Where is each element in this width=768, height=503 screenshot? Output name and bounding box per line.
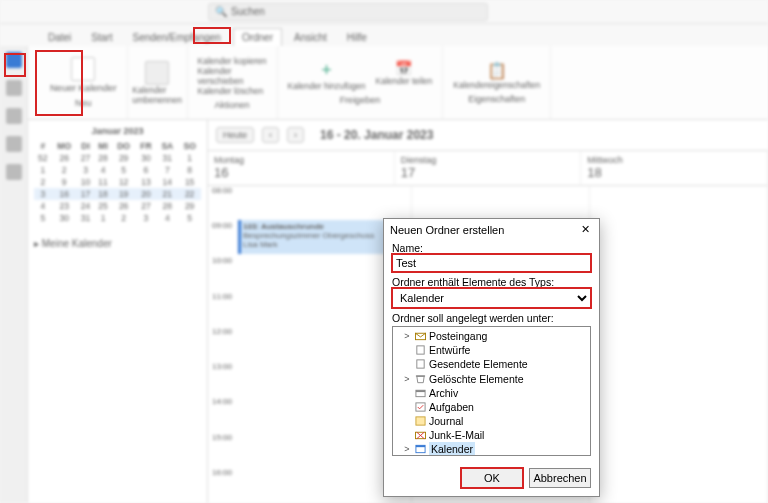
menu-start[interactable]: Start	[83, 29, 120, 46]
delete-calendar[interactable]: Kalender löschen	[198, 86, 264, 96]
name-label: Name:	[392, 242, 591, 254]
cancel-button[interactable]: Abbrechen	[529, 468, 591, 488]
tree-item[interactable]: >Gelöschte Elemente	[395, 372, 588, 386]
ribbon-group-aktionen: Kalender kopieren Kalender verschieben K…	[188, 46, 278, 119]
col-wednesday[interactable]	[590, 186, 768, 503]
dialog-buttons: OK Abbrechen	[384, 462, 599, 496]
mini-cal-month: Januar 2023	[34, 126, 201, 136]
new-calendar-button[interactable]: Neuer Kalender	[50, 83, 117, 93]
today-button[interactable]: Heute	[216, 127, 254, 143]
junk-icon	[414, 430, 426, 440]
svg-rect-5	[415, 390, 424, 392]
title-bar: 🔍 Suchen	[0, 0, 768, 24]
ribbon-group-neu: Neuer Kalender Neu	[40, 46, 128, 119]
search-placeholder: Suchen	[231, 6, 265, 17]
svg-rect-1	[416, 346, 423, 354]
mini-cal-table: #MODIMIDOFRSASO5226272829303111234567829…	[34, 140, 201, 224]
menu-ansicht[interactable]: Ansicht	[286, 29, 335, 46]
tree-item[interactable]: >Posteingang	[395, 329, 588, 343]
ribbon-group-eigenschaften: 📋 Kalendereigenschaften Eigenschaften	[443, 46, 551, 119]
dialog-title: Neuen Ordner erstellen	[390, 224, 504, 236]
calendar-nav-pane: Januar 2023 #MODIMIDOFRSASO5226272829303…	[28, 120, 208, 503]
group-label-aktionen: Aktionen	[215, 100, 250, 110]
folder-tree[interactable]: >PosteingangEntwürfeGesendete Elemente>G…	[392, 326, 591, 456]
svg-rect-2	[416, 360, 423, 368]
calendar-icon	[71, 57, 95, 81]
mail-icon[interactable]	[6, 52, 22, 68]
prev-button[interactable]: ‹	[262, 127, 279, 143]
tree-item[interactable]: Entwürfe	[395, 343, 588, 357]
calendar-day-headers: Montag16 Dienstag17 Mittwoch18	[208, 150, 768, 186]
menu-senden[interactable]: Senden/Empfangen	[124, 29, 228, 46]
svg-rect-3	[415, 375, 424, 376]
svg-rect-10	[415, 446, 424, 448]
add-calendar[interactable]: Kalender hinzufügen	[288, 81, 366, 91]
new-folder-dialog: Neuen Ordner erstellen ✕ Name: Ordner en…	[383, 218, 600, 497]
cal-icon	[414, 444, 426, 454]
search-icon: 🔍	[215, 6, 227, 17]
doc-icon	[414, 345, 426, 355]
share-icon: 📅	[376, 60, 433, 76]
menu-datei[interactable]: Datei	[40, 29, 79, 46]
my-calendars-section[interactable]: ▸ Meine Kalender	[34, 238, 201, 249]
trash-icon	[414, 374, 426, 384]
dialog-titlebar: Neuen Ordner erstellen ✕	[384, 219, 599, 240]
copy-calendar[interactable]: Kalender kopieren	[198, 56, 267, 66]
doc-icon	[414, 359, 426, 369]
left-nav-rail	[0, 46, 28, 503]
tree-item[interactable]: Journal	[395, 414, 588, 428]
calendar-header: Heute ‹ › 16 - 20. Januar 2023	[208, 120, 768, 150]
tasks-icon[interactable]	[6, 136, 22, 152]
menu-ordner[interactable]: Ordner	[233, 28, 282, 46]
menu-tabs: Datei Start Senden/Empfangen Ordner Ansi…	[0, 24, 768, 46]
date-range: 16 - 20. Januar 2023	[320, 128, 433, 142]
folder-type-select[interactable]: Kalender	[392, 288, 591, 308]
svg-rect-6	[415, 403, 424, 411]
note-icon	[414, 416, 426, 426]
more-icon[interactable]	[6, 164, 22, 180]
tree-item[interactable]: Archiv	[395, 386, 588, 400]
ribbon-group-umbenennen: Kalender umbenennen	[128, 46, 188, 119]
move-calendar[interactable]: Kalender verschieben	[198, 66, 267, 86]
ok-button[interactable]: OK	[461, 468, 523, 488]
svg-rect-7	[415, 417, 424, 425]
inbox-icon	[414, 331, 426, 341]
menu-hilfe[interactable]: Hilfe	[339, 29, 375, 46]
share-calendar[interactable]: Kalender teilen	[376, 76, 433, 86]
day-tuesday[interactable]: Dienstag17	[395, 151, 582, 185]
ribbon-group-freigeben: + Kalender hinzufügen 📅 Kalender teilen …	[278, 46, 444, 119]
day-monday[interactable]: Montag16	[208, 151, 395, 185]
tree-item[interactable]: >Kalender	[395, 442, 588, 456]
time-gutter: 08:0009:0010:0011:0012:0013:0014:0015:00…	[208, 186, 234, 503]
next-button[interactable]: ›	[287, 127, 304, 143]
group-label-freigeben: Freigeben	[340, 95, 381, 105]
folder-name-input[interactable]	[392, 254, 591, 272]
search-input[interactable]: 🔍 Suchen	[208, 3, 488, 21]
properties-icon: 📋	[487, 61, 507, 80]
group-label-neu: Neu	[75, 98, 92, 108]
day-wednesday[interactable]: Mittwoch18	[581, 151, 768, 185]
box-icon	[414, 388, 426, 398]
rename-icon	[145, 61, 169, 85]
group-label-eig: Eigenschaften	[468, 94, 525, 104]
tree-item[interactable]: Junk-E-Mail	[395, 428, 588, 442]
tree-item[interactable]: Aufgaben	[395, 400, 588, 414]
close-icon[interactable]: ✕	[577, 223, 593, 236]
people-icon[interactable]	[6, 108, 22, 124]
calendar-rail-icon[interactable]	[6, 80, 22, 96]
mini-calendar[interactable]: Januar 2023 #MODIMIDOFRSASO5226272829303…	[34, 126, 201, 224]
type-label: Ordner enthält Elemente des Typs:	[392, 276, 591, 288]
tree-label: Ordner soll angelegt werden unter:	[392, 312, 591, 324]
add-icon: +	[288, 60, 366, 81]
appointment[interactable]: 103: Austauschrunde Besprechungszimmer O…	[238, 220, 407, 254]
rename-button[interactable]: Kalender umbenennen	[132, 85, 182, 105]
tree-item[interactable]: Gesendete Elemente	[395, 357, 588, 371]
calendar-properties[interactable]: Kalendereigenschaften	[453, 80, 540, 90]
task-icon	[414, 402, 426, 412]
ribbon: Neuer Kalender Neu Kalender umbenennen K…	[0, 46, 768, 120]
